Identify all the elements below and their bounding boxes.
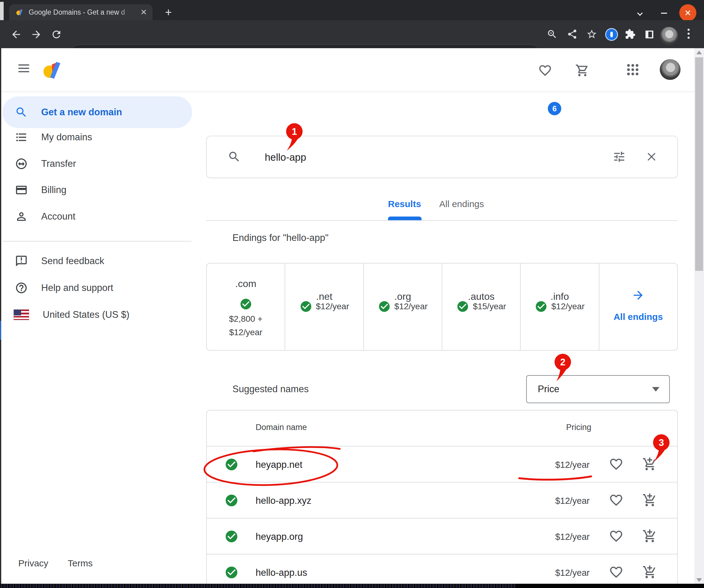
- clear-search-icon[interactable]: [645, 151, 658, 163]
- cart-icon[interactable]: [575, 63, 589, 77]
- credit-card-icon: [15, 184, 28, 196]
- side-panel-icon[interactable]: [644, 29, 655, 40]
- sidebar-item-label: Transfer: [41, 158, 76, 169]
- window-chevron-icon[interactable]: [635, 9, 645, 19]
- sidebar-item-help-and-support[interactable]: Help and support: [0, 275, 192, 301]
- zoom-out-icon[interactable]: [547, 29, 558, 40]
- favorite-heart-icon[interactable]: [609, 529, 624, 543]
- column-header-domain-name: Domain name: [255, 423, 307, 432]
- add-to-cart-icon[interactable]: [642, 565, 657, 580]
- available-check-icon: [225, 493, 239, 508]
- domain-price: $12/year: [555, 568, 590, 578]
- list-icon: [15, 131, 28, 143]
- available-check-icon: [225, 529, 239, 543]
- table-row-hello-app-us[interactable]: hello-app.us $12/year: [207, 554, 677, 588]
- favorite-heart-icon[interactable]: [609, 493, 624, 508]
- terms-link[interactable]: Terms: [68, 558, 93, 569]
- annotation-marker-2: 2: [553, 354, 573, 384]
- window-left-edge: [0, 48, 1, 588]
- ending-card-org[interactable]: .org $12/year: [364, 263, 442, 350]
- window-corner: [0, 2, 4, 20]
- browser-titlebar: Google Domains - Get a new d ✕ +: [0, 0, 704, 20]
- favorite-heart-icon[interactable]: [609, 457, 624, 471]
- available-check-icon: [239, 298, 252, 310]
- endings-heading: Endings for "hello-app": [232, 232, 329, 243]
- svg-text:1: 1: [292, 126, 297, 137]
- sidebar-item-send-feedback[interactable]: Send feedback: [0, 248, 192, 275]
- bookmark-star-icon[interactable]: [586, 29, 597, 40]
- scrollbar-down-arrow[interactable]: [696, 578, 702, 582]
- tabs-divider: [206, 220, 678, 221]
- sidebar-item-get-a-new-domain[interactable]: Get a new domain: [0, 99, 192, 126]
- tab-title: Google Domains - Get a new d: [29, 8, 137, 16]
- sidebar-item-label: Account: [41, 211, 75, 222]
- domain-search-input[interactable]: [265, 149, 539, 166]
- share-icon[interactable]: [567, 29, 578, 40]
- ending-card-info[interactable]: .info $12/year: [521, 263, 599, 350]
- google-apps-grid-icon[interactable]: [627, 64, 638, 75]
- column-header-pricing: Pricing: [566, 423, 591, 432]
- filter-tune-icon[interactable]: [612, 150, 626, 164]
- tab-close-icon[interactable]: ✕: [140, 8, 147, 16]
- sidebar-item-label: My domains: [41, 132, 92, 143]
- tab-all-endings[interactable]: All endings: [439, 199, 484, 209]
- window-close-button[interactable]: [679, 4, 696, 21]
- app-header: Google Domains 6: [0, 48, 704, 92]
- tld-price-line1: $2,800 +: [207, 314, 285, 324]
- sidebar-item-label: United States (US $): [43, 309, 129, 320]
- domain-price: $12/year: [555, 460, 590, 470]
- scrollbar-thumb[interactable]: [695, 57, 703, 271]
- window-minimize-icon[interactable]: [659, 8, 669, 18]
- browser-tab[interactable]: Google Domains - Get a new d ✕: [9, 4, 153, 20]
- ending-card-net[interactable]: .net $12/year: [285, 263, 364, 350]
- add-to-cart-icon[interactable]: [642, 493, 657, 508]
- search-icon: [15, 106, 28, 119]
- browser-menu-icon[interactable]: [685, 27, 692, 45]
- ending-card-autos[interactable]: .autos $15/year: [442, 263, 521, 350]
- ending-card-com[interactable]: .com $2,800 + $12/year: [207, 263, 285, 350]
- available-check-icon: [535, 300, 547, 313]
- password-manager-extension-icon[interactable]: [605, 28, 618, 41]
- all-endings-card[interactable]: All endings: [599, 263, 677, 350]
- add-to-cart-icon[interactable]: [642, 529, 657, 543]
- tab-results[interactable]: Results: [388, 199, 421, 209]
- table-header-row: Domain name Pricing: [207, 411, 677, 447]
- hamburger-menu-icon[interactable]: [18, 62, 29, 74]
- browser-profile-avatar[interactable]: [660, 27, 678, 45]
- person-icon: [15, 210, 28, 223]
- sidebar-item-transfer[interactable]: Transfer: [0, 151, 192, 177]
- sidebar-divider: [3, 241, 191, 242]
- new-tab-button[interactable]: +: [162, 7, 174, 18]
- favorite-heart-icon[interactable]: [609, 565, 624, 580]
- tld-name: .com: [207, 278, 285, 289]
- forward-icon[interactable]: [31, 29, 42, 40]
- annotation-circle-heyapp-net: [200, 443, 347, 492]
- wishlist-count-badge: 6: [548, 102, 561, 115]
- extensions-puzzle-icon[interactable]: [625, 29, 636, 40]
- sidebar-item-my-domains[interactable]: My domains: [0, 124, 192, 151]
- sort-by-dropdown[interactable]: Price: [526, 375, 670, 403]
- google-domains-logo-icon[interactable]: [42, 59, 63, 80]
- annotation-marker-1: 1: [284, 123, 304, 153]
- reload-icon[interactable]: [51, 29, 62, 40]
- account-avatar[interactable]: [660, 59, 681, 80]
- sidebar-item-billing[interactable]: Billing: [0, 177, 192, 203]
- scrollbar-up-arrow[interactable]: [696, 51, 702, 54]
- tab-favicon-google-domains-icon: [16, 8, 24, 16]
- svg-text:3: 3: [658, 437, 664, 448]
- svg-text:2: 2: [560, 357, 565, 367]
- wishlist-heart-icon[interactable]: [538, 63, 552, 77]
- table-row-heyapp-org[interactable]: heyapp.org $12/year: [207, 519, 677, 554]
- back-icon[interactable]: [10, 29, 22, 40]
- sidebar-item-account[interactable]: Account: [0, 203, 192, 230]
- searchbox-magnifier-icon: [228, 150, 241, 164]
- privacy-link[interactable]: Privacy: [18, 558, 48, 569]
- tld-price: $12/year: [394, 302, 428, 311]
- tld-price: $12/year: [551, 302, 584, 311]
- transfer-icon: [15, 157, 28, 170]
- sidebar-item-region-currency[interactable]: United States (US $): [0, 301, 192, 328]
- available-check-icon: [225, 566, 239, 580]
- annotation-marker-3: 3: [651, 434, 671, 464]
- dropdown-caret-icon: [652, 387, 659, 392]
- window-left-edge-highlight: [0, 321, 1, 340]
